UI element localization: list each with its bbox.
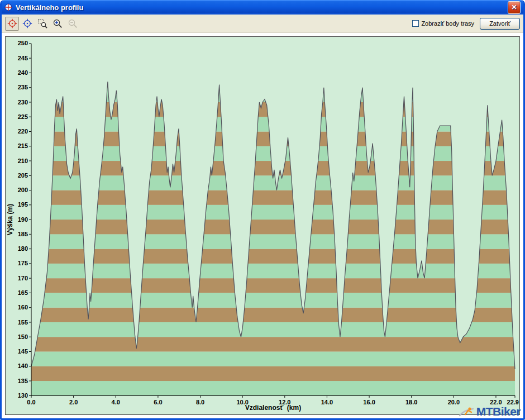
x-tick-label: 4.0 bbox=[112, 399, 120, 405]
elevation-chart-panel[interactable]: 1301351401451501551601651701751801851901… bbox=[5, 36, 520, 415]
close-window-button[interactable]: ✕ bbox=[508, 1, 521, 14]
x-tick-label: 14.0 bbox=[321, 399, 333, 405]
x-tick-label: 18.0 bbox=[405, 399, 417, 405]
center-position-icon bbox=[22, 18, 32, 28]
zoom-window-button[interactable] bbox=[35, 17, 49, 31]
elevation-profile-chart[interactable]: 1301351401451501551601651701751801851901… bbox=[6, 37, 519, 414]
x-tick-label: 22.9 bbox=[507, 399, 519, 405]
titlebar[interactable]: Vertikálneho profilu ✕ bbox=[2, 0, 523, 15]
y-tick-label: 170 bbox=[18, 275, 28, 281]
y-tick-label: 220 bbox=[18, 128, 28, 135]
x-tick-label: 0.0 bbox=[27, 399, 35, 405]
y-tick-label: 160 bbox=[18, 304, 28, 311]
track-position-button[interactable] bbox=[5, 17, 19, 31]
y-tick-label: 130 bbox=[18, 392, 28, 399]
window-icon bbox=[4, 3, 13, 12]
zoom-in-button[interactable] bbox=[50, 17, 64, 31]
y-tick-label: 215 bbox=[18, 142, 28, 149]
x-tick-label: 8.0 bbox=[196, 399, 204, 405]
x-tick-label: 2.0 bbox=[69, 399, 78, 405]
y-tick-label: 240 bbox=[18, 69, 28, 76]
checkbox-box[interactable] bbox=[412, 20, 419, 27]
track-position-icon bbox=[7, 18, 17, 28]
y-tick-label: 140 bbox=[18, 362, 28, 369]
y-tick-label: 235 bbox=[18, 84, 28, 90]
y-tick-label: 135 bbox=[18, 378, 28, 384]
checkbox-label: Zobraziť body trasy bbox=[421, 20, 474, 27]
y-tick-label: 150 bbox=[18, 333, 28, 340]
y-axis-title: Výška (m) bbox=[6, 204, 14, 235]
x-tick-label: 20.0 bbox=[448, 399, 460, 405]
zoom-in-icon bbox=[52, 18, 63, 28]
y-tick-label: 190 bbox=[18, 216, 28, 223]
y-tick-label: 195 bbox=[18, 201, 28, 208]
y-tick-label: 205 bbox=[18, 172, 28, 179]
x-tick-label: 16.0 bbox=[363, 399, 375, 405]
close-dialog-button[interactable]: Zatvoriť bbox=[480, 18, 520, 30]
y-tick-label: 245 bbox=[18, 55, 28, 61]
y-tick-label: 175 bbox=[18, 260, 28, 267]
y-tick-label: 145 bbox=[18, 348, 28, 355]
elevation-area bbox=[31, 44, 515, 395]
toolbar: Zobraziť body trasy Zatvoriť bbox=[2, 15, 523, 33]
content-area: 1301351401451501551601651701751801851901… bbox=[2, 33, 523, 418]
y-tick-label: 200 bbox=[18, 187, 28, 193]
y-tick-label: 165 bbox=[18, 289, 28, 296]
zoom-out-icon bbox=[68, 18, 78, 28]
y-tick-label: 155 bbox=[18, 319, 28, 326]
x-tick-label: 22.0 bbox=[490, 399, 502, 405]
window-title: Vertikálneho profilu bbox=[16, 3, 505, 12]
y-tick-label: 250 bbox=[18, 40, 28, 47]
center-position-button[interactable] bbox=[20, 17, 34, 31]
y-tick-label: 185 bbox=[18, 231, 28, 237]
y-tick-label: 225 bbox=[18, 113, 28, 120]
y-tick-label: 230 bbox=[18, 99, 28, 106]
show-track-points-checkbox[interactable]: Zobraziť body trasy bbox=[412, 20, 474, 27]
profile-window: Vertikálneho profilu ✕ bbox=[0, 0, 525, 420]
y-tick-label: 210 bbox=[18, 157, 28, 164]
y-tick-label: 180 bbox=[18, 245, 28, 252]
zoom-out-button[interactable] bbox=[65, 17, 79, 31]
x-tick-label: 6.0 bbox=[154, 399, 162, 405]
x-axis-title: Vzdialenosť (km) bbox=[245, 404, 301, 412]
zoom-window-icon bbox=[37, 18, 47, 28]
